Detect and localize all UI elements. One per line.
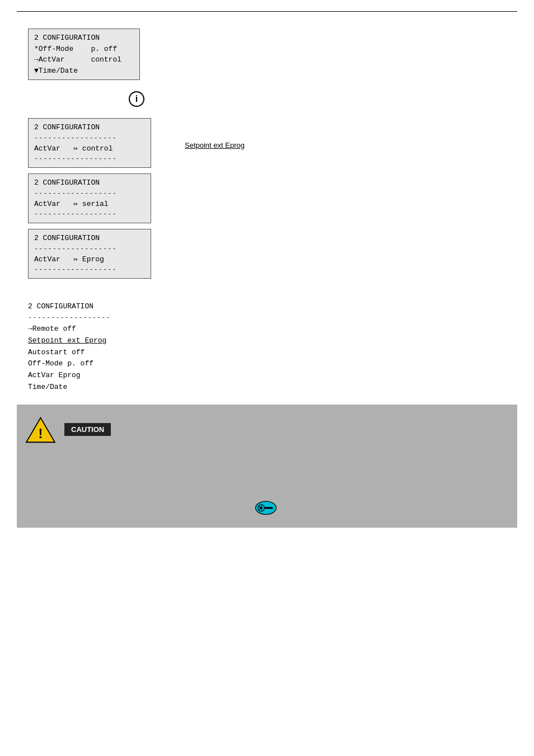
warning-triangle-icon: ! xyxy=(25,416,56,444)
large-lcd-line-4: Off-Mode p. off xyxy=(28,358,517,370)
info-section: i xyxy=(17,91,517,107)
config-panel-2-title: 2 CONFIGURATION xyxy=(34,177,145,189)
large-lcd-panel: 2 CONFIGURATION ------------------ →Remo… xyxy=(28,301,517,393)
large-lcd-dashes: ------------------ xyxy=(28,313,517,323)
large-lcd-title: 2 CONFIGURATION xyxy=(28,301,517,313)
svg-rect-3 xyxy=(264,507,273,509)
tool-spanner-icon xyxy=(254,500,278,516)
large-lcd-line-6: Time/Date xyxy=(28,382,517,393)
top-divider xyxy=(17,11,517,12)
warning-header: ! CAUTION xyxy=(25,416,506,444)
svg-rect-7 xyxy=(259,509,261,511)
warning-box: ! CAUTION xyxy=(17,405,517,528)
config-panel-1-dashes-top: ------------------ xyxy=(34,133,145,143)
lcd-line-2: *Off-Mode p. off xyxy=(34,44,134,55)
config-panel-1: 2 CONFIGURATION ------------------ ActVa… xyxy=(28,118,151,168)
svg-rect-6 xyxy=(259,504,261,507)
large-config-section: 2 CONFIGURATION ------------------ →Remo… xyxy=(28,301,517,393)
config-panel-1-dashes-bot: ------------------ xyxy=(34,154,145,164)
config-panel-3-row: ActVar ⇔ Eprog xyxy=(34,254,145,265)
config-panel-1-title: 2 CONFIGURATION xyxy=(34,122,145,133)
svg-text:!: ! xyxy=(39,426,43,441)
large-lcd-line-3: Autostart off xyxy=(28,347,517,359)
config-panel-2-dashes-top: ------------------ xyxy=(34,189,145,199)
config-panel-2-dashes-bot: ------------------ xyxy=(34,209,145,219)
config-panel-2: 2 CONFIGURATION ------------------ ActVa… xyxy=(28,173,151,223)
config-panels-section: 2 CONFIGURATION ------------------ ActVa… xyxy=(28,118,517,279)
lcd-line-4: ▼Time/Date xyxy=(34,65,134,77)
warning-label: CAUTION xyxy=(64,423,111,436)
info-icon: i xyxy=(129,91,144,107)
large-lcd-line-5: ActVar Eprog xyxy=(28,370,517,382)
config-panel-1-row: ActVar ⇔ control xyxy=(34,143,145,154)
config-panel-3-dashes-bot: ------------------ xyxy=(34,265,145,275)
lcd-line-3: →ActVar control xyxy=(34,54,134,65)
config-panels-col: 2 CONFIGURATION ------------------ ActVa… xyxy=(28,118,151,279)
config-panel-3-title: 2 CONFIGURATION xyxy=(34,233,145,244)
page-container: 2 CONFIGURATION *Off-Mode p. off →ActVar… xyxy=(0,0,534,756)
warning-line-1 xyxy=(25,454,506,466)
config-panel-3: 2 CONFIGURATION ------------------ ActVa… xyxy=(28,229,151,279)
underlined-reference: Setpoint ext Eprog xyxy=(179,140,245,149)
warning-line-2 xyxy=(25,466,506,477)
lcd-line-1: 2 CONFIGURATION xyxy=(34,32,134,44)
warning-line-3 xyxy=(25,477,506,489)
first-lcd-section: 2 CONFIGURATION *Off-Mode p. off →ActVar… xyxy=(28,29,517,80)
warning-body xyxy=(25,454,506,489)
large-lcd-line-1: →Remote off xyxy=(28,323,517,335)
config-panel-3-dashes-top: ------------------ xyxy=(34,244,145,254)
underlined-text: Setpoint ext Eprog xyxy=(185,141,245,149)
large-lcd-line-2: Setpoint ext Eprog xyxy=(28,335,517,347)
config-panel-2-row: ActVar ⇔ serial xyxy=(34,199,145,210)
first-lcd-panel: 2 CONFIGURATION *Off-Mode p. off →ActVar… xyxy=(28,29,140,80)
warning-footer xyxy=(25,500,506,516)
